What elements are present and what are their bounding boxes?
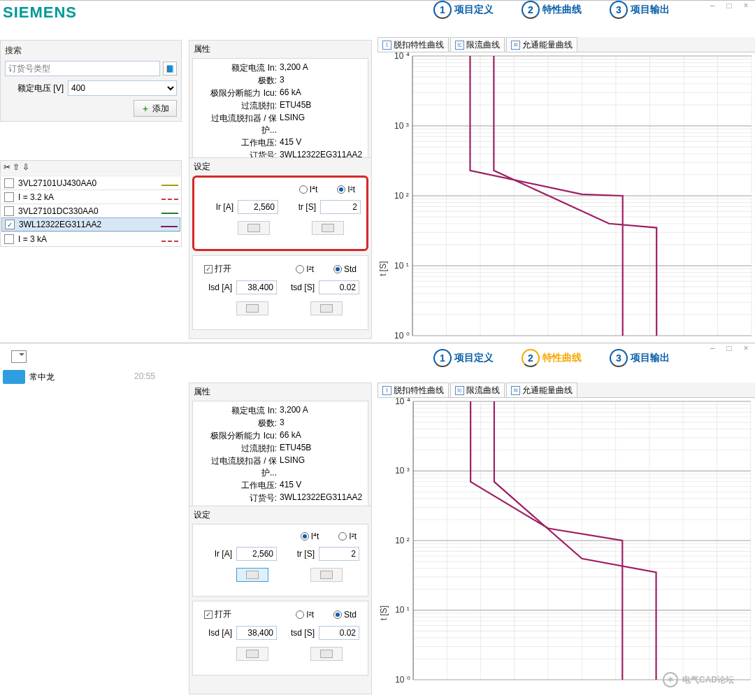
prop-label: 过流脱扣: bbox=[197, 100, 280, 112]
ir-label: Ir [A] bbox=[200, 202, 233, 212]
tr-label: tr [S] bbox=[282, 202, 316, 212]
radio-i2t[interactable]: I²t bbox=[338, 531, 357, 541]
radio-isd-i2t[interactable]: I²t bbox=[296, 608, 314, 620]
min-btn[interactable]: – bbox=[707, 343, 717, 353]
svg-text:10 ²: 10 ² bbox=[395, 536, 410, 545]
radio-isd-std[interactable]: Std bbox=[333, 263, 357, 275]
tr-slider[interactable] bbox=[310, 568, 343, 582]
wizard-step[interactable]: 1项目定义 bbox=[433, 349, 494, 367]
svg-text:t [S]: t [S] bbox=[378, 261, 388, 276]
prop-value: 3,200 A bbox=[280, 405, 364, 417]
tab-icon: t bbox=[382, 386, 391, 395]
add-button[interactable]: ＋添加 bbox=[134, 100, 177, 117]
prop-value: 3,200 A bbox=[280, 62, 364, 74]
radio-isd-i2t[interactable]: I²t bbox=[296, 263, 314, 275]
tr-input[interactable] bbox=[319, 547, 359, 561]
step-number-icon: 1 bbox=[433, 1, 452, 19]
search-title: 搜索 bbox=[5, 45, 177, 57]
catalog-icon[interactable]: 📘 bbox=[163, 62, 177, 76]
row-swatch bbox=[159, 178, 180, 188]
max-btn[interactable]: □ bbox=[724, 1, 734, 10]
tsd-input[interactable] bbox=[319, 626, 359, 640]
radio-isd-std[interactable]: Std bbox=[333, 608, 357, 620]
tr-slider[interactable] bbox=[312, 221, 344, 235]
device-list-row[interactable]: 3VL27101DC330AA0 bbox=[1, 203, 180, 217]
open-checkbox[interactable]: ✓打开 bbox=[204, 608, 231, 620]
chart-tab[interactable]: t脱扣特性曲线 bbox=[378, 383, 449, 397]
wizard-step[interactable]: 3项目输出 bbox=[610, 1, 670, 19]
row-label: I = 3.2 kA bbox=[18, 192, 159, 202]
radio-i4t[interactable]: I⁴t bbox=[299, 185, 318, 194]
row-label: 3VL27101DC330AA0 bbox=[18, 206, 159, 216]
svg-text:10 ⁴: 10 ⁴ bbox=[394, 52, 410, 61]
open-checkbox[interactable]: ✓打开 bbox=[204, 263, 231, 275]
voltage-select[interactable]: 400 bbox=[68, 80, 177, 96]
ir-slider[interactable] bbox=[236, 568, 268, 582]
chart-tab[interactable]: ≋允通能量曲线 bbox=[506, 383, 577, 397]
device-list-row[interactable]: I = 3 kA bbox=[1, 231, 180, 245]
chart-tab[interactable]: ≋允通能量曲线 bbox=[506, 37, 577, 52]
row-checkbox[interactable] bbox=[4, 192, 14, 202]
isd-input[interactable] bbox=[236, 280, 277, 294]
properties-panel: 属性 额定电流 In:3,200 A极数:3极限分断能力 Icu:66 kA过流… bbox=[189, 383, 372, 523]
ir-input[interactable] bbox=[238, 200, 278, 214]
tr-input[interactable] bbox=[320, 200, 361, 214]
wizard-step[interactable]: 1项目定义 bbox=[433, 1, 494, 19]
ir-input[interactable] bbox=[236, 547, 277, 561]
min-btn[interactable]: – bbox=[707, 1, 717, 10]
isd-input[interactable] bbox=[236, 626, 277, 640]
tsd-input[interactable] bbox=[319, 280, 359, 294]
step-label: 项目输出 bbox=[631, 3, 670, 16]
step-label: 项目输出 bbox=[631, 352, 670, 364]
device-list-row[interactable]: 3VL27101UJ430AA0 bbox=[1, 176, 180, 190]
list-tools[interactable]: ✂ ⇧ ⇩ bbox=[1, 161, 181, 175]
prop-label: 额定电流 In: bbox=[197, 62, 280, 74]
row-checkbox[interactable] bbox=[4, 178, 14, 188]
row-label: I = 3 kA bbox=[18, 234, 159, 244]
tab-icon: Ic bbox=[455, 386, 464, 395]
isd-label: Isd [A] bbox=[199, 628, 232, 638]
brand-logo: SIEMENS bbox=[3, 3, 77, 22]
ir-slider[interactable] bbox=[238, 221, 270, 235]
step-label: 特性曲线 bbox=[542, 3, 582, 16]
isd-slider[interactable] bbox=[236, 647, 268, 661]
step-number-icon: 3 bbox=[610, 1, 628, 19]
radio-i2t[interactable]: I²t bbox=[337, 185, 355, 194]
close-btn[interactable]: × bbox=[741, 343, 751, 353]
wizard-step[interactable]: 2特性曲线 bbox=[522, 1, 582, 19]
isd-label: Isd [A] bbox=[199, 283, 232, 292]
prop-label: 额定电流 In: bbox=[197, 405, 280, 417]
tab-icon: ≋ bbox=[511, 41, 520, 50]
tab-label: 允通能量曲线 bbox=[522, 385, 573, 397]
prop-value: 3WL12322EG311AA2 bbox=[280, 492, 364, 504]
device-list-row[interactable]: I = 3.2 kA bbox=[1, 190, 180, 203]
tsd-slider[interactable] bbox=[310, 647, 343, 661]
dropdown-icon[interactable] bbox=[11, 350, 27, 363]
prop-label: 工作电压: bbox=[197, 137, 280, 149]
chart-tab[interactable]: t脱扣特性曲线 bbox=[378, 37, 449, 52]
properties-title: 属性 bbox=[189, 41, 371, 58]
prop-label: 过电流脱扣器 / 保护... bbox=[197, 113, 280, 136]
wizard-step[interactable]: 2特性曲线 bbox=[522, 349, 582, 367]
chart-panel: t脱扣特性曲线Ic限流曲线≋允通能量曲线 10 ⁴10 ³10 ²10 ¹10 … bbox=[378, 37, 755, 339]
row-checkbox[interactable]: ✓ bbox=[5, 220, 15, 229]
prop-label: 过流脱扣: bbox=[197, 443, 280, 455]
tab-label: 限流曲线 bbox=[466, 385, 500, 397]
prop-label: 过电流脱扣器 / 保护... bbox=[197, 455, 280, 479]
wizard-step[interactable]: 3项目输出 bbox=[610, 349, 670, 367]
radio-i4t[interactable]: I⁴t bbox=[301, 531, 319, 541]
trip-curve-chart: 10 ⁴10 ³10 ²10 ¹10 ⁰t [S] bbox=[378, 52, 755, 339]
order-type-input[interactable] bbox=[5, 61, 160, 76]
chart-tab[interactable]: Ic限流曲线 bbox=[450, 383, 505, 397]
device-list-row[interactable]: ✓3WL12322EG311AA2 bbox=[1, 217, 180, 231]
row-checkbox[interactable] bbox=[4, 206, 14, 216]
settings-title: 设定 bbox=[189, 506, 371, 524]
max-btn[interactable]: □ bbox=[724, 343, 734, 353]
step-label: 项目定义 bbox=[454, 352, 494, 364]
settings-group-ir: I⁴t I²t Ir [A] tr [S] bbox=[192, 524, 368, 597]
tsd-slider[interactable] bbox=[310, 301, 343, 315]
isd-slider[interactable] bbox=[236, 301, 268, 315]
chart-tab[interactable]: Ic限流曲线 bbox=[450, 37, 505, 52]
close-btn[interactable]: × bbox=[741, 1, 751, 10]
row-checkbox[interactable] bbox=[4, 234, 14, 244]
